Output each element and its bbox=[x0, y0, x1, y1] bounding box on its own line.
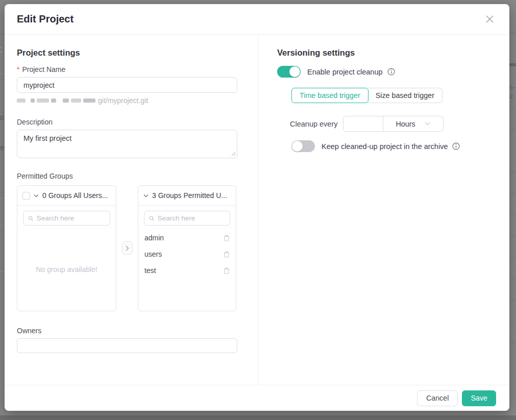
chevron-down-icon[interactable] bbox=[143, 194, 149, 197]
modal-title: Edit Project bbox=[17, 13, 73, 25]
versioning-settings-section: Versioning settings Enable project clean… bbox=[258, 35, 509, 385]
versioning-settings-title: Versioning settings bbox=[277, 48, 494, 58]
backdrop-line bbox=[0, 225, 5, 226]
backdrop-line bbox=[509, 32, 516, 33]
permitted-groups-label-text: Permitted Groups bbox=[17, 172, 73, 180]
backdrop-line bbox=[0, 271, 5, 271]
group-item[interactable]: test bbox=[138, 262, 236, 279]
group-name: test bbox=[144, 266, 156, 275]
toggle-knob bbox=[289, 66, 300, 77]
close-icon bbox=[485, 15, 494, 23]
cleanup-every-label: Cleanup every bbox=[290, 120, 338, 128]
source-box-header: 0 Groups All Users... bbox=[17, 186, 116, 206]
redacted-block bbox=[71, 98, 81, 103]
select-all-checkbox[interactable] bbox=[22, 192, 30, 200]
remove-group-button[interactable] bbox=[224, 234, 230, 241]
project-settings-title: Project settings bbox=[17, 48, 237, 58]
redacted-block bbox=[31, 98, 35, 103]
group-name: users bbox=[144, 250, 162, 258]
owners-label: Owners bbox=[17, 327, 237, 335]
backdrop-line bbox=[509, 236, 516, 236]
redacted-block bbox=[37, 98, 49, 103]
enable-cleanup-info-button[interactable] bbox=[387, 68, 395, 76]
target-search-input[interactable] bbox=[158, 214, 225, 222]
enable-cleanup-toggle[interactable] bbox=[277, 66, 301, 78]
source-box-header-label[interactable]: 0 Groups All Users... bbox=[42, 191, 108, 200]
source-empty-text: No group available! bbox=[17, 265, 116, 274]
backdrop-line bbox=[509, 193, 516, 193]
cleanup-unit-select[interactable]: Hours bbox=[383, 116, 443, 131]
trash-icon bbox=[224, 251, 230, 258]
save-button[interactable]: Save bbox=[462, 390, 496, 406]
cleanup-interval-input[interactable] bbox=[343, 116, 383, 131]
project-settings-section: Project settings * Project Name git/mypr… bbox=[5, 35, 258, 385]
modal-body: Project settings * Project Name git/mypr… bbox=[5, 35, 509, 385]
target-search-box bbox=[144, 211, 230, 226]
modal-header: Edit Project bbox=[5, 4, 509, 35]
remove-group-button[interactable] bbox=[224, 251, 230, 258]
keep-archive-toggle[interactable] bbox=[291, 140, 315, 152]
permitted-groups-label: Permitted Groups bbox=[17, 172, 237, 180]
description-textarea[interactable]: My first project bbox=[17, 130, 237, 158]
chevron-right-icon bbox=[126, 245, 129, 251]
owners-input[interactable] bbox=[17, 338, 237, 353]
backdrop-line bbox=[509, 322, 516, 322]
backdrop-fragment-left-mid: no bbox=[0, 113, 4, 121]
group-item[interactable]: users bbox=[138, 246, 236, 262]
redacted-block bbox=[17, 98, 26, 103]
close-button[interactable] bbox=[484, 14, 495, 25]
description-label-text: Description bbox=[17, 118, 53, 126]
backdrop-line bbox=[0, 198, 5, 199]
keep-archive-info-button[interactable] bbox=[452, 142, 460, 150]
repo-url-line: git/myproject.git bbox=[17, 96, 237, 105]
trash-icon bbox=[224, 234, 230, 241]
tab-time-based-trigger[interactable]: Time based trigger bbox=[291, 88, 368, 103]
edit-project-modal: Edit Project Project settings * Project … bbox=[5, 4, 509, 411]
source-search-input[interactable] bbox=[37, 214, 105, 222]
project-name-label-text: Project Name bbox=[22, 65, 65, 73]
redacted-block bbox=[83, 98, 95, 103]
enable-cleanup-label: Enable project cleanup bbox=[307, 68, 383, 76]
search-icon bbox=[28, 215, 34, 221]
backdrop-line bbox=[509, 343, 516, 343]
target-box-header: 3 Groups Permitted U... bbox=[138, 186, 236, 206]
move-right-button[interactable] bbox=[122, 241, 133, 255]
backdrop-line bbox=[0, 73, 5, 74]
tab-size-based-trigger[interactable]: Size based trigger bbox=[368, 88, 443, 103]
backdrop-band bbox=[509, 63, 516, 66]
backdrop-fragment-right: n-u bbox=[508, 83, 516, 100]
backdrop-line bbox=[509, 171, 516, 172]
backdrop-fragment-left-low: je bbox=[0, 143, 5, 152]
backdrop-bottom-band bbox=[0, 415, 516, 420]
resize-grip-icon[interactable] bbox=[231, 152, 236, 156]
chevron-down-icon bbox=[425, 122, 430, 126]
project-name-input[interactable] bbox=[17, 77, 237, 93]
backdrop-line bbox=[0, 34, 5, 34]
trigger-tabs: Time based trigger Size based trigger bbox=[291, 88, 443, 103]
backdrop-line bbox=[509, 107, 516, 108]
info-icon bbox=[452, 142, 460, 150]
chevron-down-icon[interactable] bbox=[34, 194, 39, 197]
backdrop-line bbox=[509, 300, 516, 301]
modal-footer: Cancel Save bbox=[5, 385, 509, 411]
cleanup-unit-value: Hours bbox=[396, 120, 415, 128]
required-mark: * bbox=[17, 65, 19, 73]
group-name: admin bbox=[144, 234, 164, 242]
description-label: Description bbox=[17, 118, 237, 126]
backdrop-line bbox=[509, 279, 516, 279]
transfer-middle bbox=[116, 185, 138, 311]
trash-icon bbox=[224, 267, 230, 274]
redacted-block bbox=[51, 98, 56, 103]
project-name-label: * Project Name bbox=[17, 65, 237, 73]
target-group-list: admin users bbox=[138, 230, 236, 279]
cleanup-interval-group: Hours bbox=[343, 116, 444, 132]
toggle-knob bbox=[292, 141, 303, 152]
group-item[interactable]: admin bbox=[138, 230, 236, 246]
target-box-header-label[interactable]: 3 Groups Permitted U... bbox=[152, 191, 227, 200]
remove-group-button[interactable] bbox=[224, 267, 230, 274]
keep-archive-row: Keep cleaned-up project in the archive bbox=[291, 140, 494, 152]
source-search-box bbox=[23, 211, 110, 226]
info-icon bbox=[387, 68, 395, 76]
enable-cleanup-row: Enable project cleanup bbox=[277, 66, 494, 78]
cancel-button[interactable]: Cancel bbox=[417, 390, 458, 406]
